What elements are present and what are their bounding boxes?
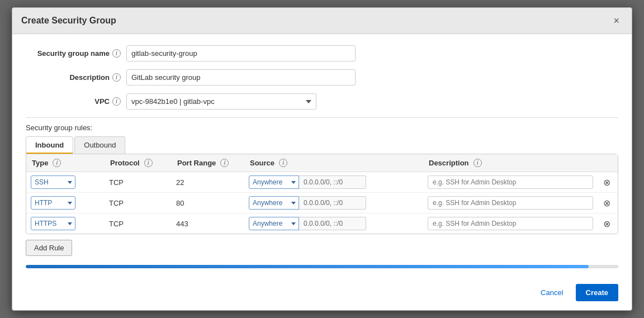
- security-group-name-input[interactable]: [126, 45, 356, 61]
- port-cell-1: 80: [172, 193, 244, 213]
- rules-section-label: Security group rules:: [26, 124, 618, 132]
- port-cell-2: 443: [172, 213, 244, 234]
- protocol-cell-1: TCP: [105, 193, 172, 213]
- protocol-cell-0: TCP: [105, 172, 172, 193]
- remove-cell-0: ⊗: [598, 172, 618, 193]
- description-cell-1: [423, 193, 598, 213]
- rules-table-wrapper: Type i Protocol i Port R: [26, 154, 618, 234]
- description-input-0[interactable]: [428, 175, 593, 189]
- vpc-select[interactable]: vpc-9842b1e0 | gitlab-vpc: [126, 93, 316, 110]
- tab-inbound[interactable]: Inbound: [26, 136, 73, 154]
- col-source: Source i: [244, 154, 423, 172]
- source-select-2[interactable]: Anywhere: [249, 217, 299, 230]
- remove-row-button-1[interactable]: ⊗: [602, 197, 612, 210]
- progress-bar-fill: [26, 265, 589, 268]
- protocol-col-info-icon: i: [144, 159, 153, 167]
- divider: [26, 117, 618, 118]
- dialog-footer: Cancel Create: [12, 277, 632, 310]
- source-cell-0: Anywhere 0.0.0.0/0, ::/0: [244, 172, 423, 193]
- cancel-button[interactable]: Cancel: [535, 285, 569, 300]
- table-header-row: Type i Protocol i Port R: [26, 154, 618, 172]
- source-cell-1: Anywhere 0.0.0.0/0, ::/0: [244, 193, 423, 213]
- remove-cell-2: ⊗: [598, 213, 618, 234]
- description-input-1[interactable]: [428, 196, 593, 210]
- remove-cell-1: ⊗: [598, 193, 618, 213]
- type-cell-2: HTTPS: [26, 213, 105, 234]
- vpc-label: VPC i: [26, 97, 126, 106]
- description-input[interactable]: [126, 69, 356, 86]
- description-info-icon: i: [112, 73, 121, 82]
- dialog-body: Security group name i Description i VPC …: [12, 34, 632, 277]
- type-select-2[interactable]: HTTPS: [31, 217, 75, 230]
- table-row: HTTP TCP 80 Anywhere 0.0.0.0/0, ::/0 ⊗: [26, 193, 618, 213]
- port-col-info-icon: i: [220, 159, 229, 167]
- vpc-row: VPC i vpc-9842b1e0 | gitlab-vpc: [26, 93, 618, 110]
- col-port-range: Port Range i: [172, 154, 244, 172]
- col-remove: [598, 154, 618, 172]
- col-type: Type i: [26, 154, 105, 172]
- tab-outbound[interactable]: Outbound: [74, 136, 125, 154]
- source-select-1[interactable]: Anywhere: [249, 196, 299, 210]
- vpc-info-icon: i: [112, 97, 121, 106]
- remove-row-button-2[interactable]: ⊗: [602, 217, 612, 230]
- port-cell-0: 22: [172, 172, 244, 193]
- create-button[interactable]: Create: [576, 284, 618, 301]
- source-select-0[interactable]: Anywhere: [249, 175, 299, 189]
- type-col-info-icon: i: [53, 159, 61, 167]
- table-row: SSH TCP 22 Anywhere 0.0.0.0/0, ::/0 ⊗: [26, 172, 618, 193]
- rules-table: Type i Protocol i Port R: [26, 154, 618, 234]
- remove-row-button-0[interactable]: ⊗: [602, 176, 612, 189]
- type-cell-0: SSH: [26, 172, 105, 193]
- create-security-group-dialog: Create Security Group × Security group n…: [12, 7, 632, 311]
- type-select-1[interactable]: HTTP: [31, 196, 75, 210]
- source-cell-2: Anywhere 0.0.0.0/0, ::/0: [244, 213, 423, 234]
- source-ip-1: 0.0.0.0/0, ::/0: [299, 196, 366, 210]
- security-group-name-label: Security group name i: [26, 49, 126, 58]
- progress-bar: [26, 265, 618, 268]
- source-ip-0: 0.0.0.0/0, ::/0: [299, 175, 366, 189]
- dialog-header: Create Security Group ×: [12, 8, 632, 34]
- description-label: Description i: [26, 73, 126, 82]
- table-row: HTTPS TCP 443 Anywhere 0.0.0.0/0, ::/0 ⊗: [26, 213, 618, 234]
- col-protocol: Protocol i: [105, 154, 172, 172]
- desc-col-info-icon: i: [473, 159, 482, 167]
- add-rule-button[interactable]: Add Rule: [26, 240, 72, 256]
- tabs-container: Inbound Outbound: [26, 136, 618, 154]
- source-col-info-icon: i: [279, 159, 287, 167]
- type-cell-1: HTTP: [26, 193, 105, 213]
- description-cell-0: [423, 172, 598, 193]
- source-ip-2: 0.0.0.0/0, ::/0: [299, 217, 366, 230]
- security-group-name-row: Security group name i: [26, 45, 618, 61]
- close-button[interactable]: ×: [610, 15, 623, 27]
- description-cell-2: [423, 213, 598, 234]
- description-input-2[interactable]: [428, 217, 593, 230]
- type-select-0[interactable]: SSH: [31, 175, 75, 189]
- col-description: Description i: [423, 154, 598, 172]
- description-row: Description i: [26, 69, 618, 86]
- dialog-title: Create Security Group: [21, 16, 116, 26]
- security-group-name-info-icon: i: [112, 49, 121, 58]
- protocol-cell-2: TCP: [105, 213, 172, 234]
